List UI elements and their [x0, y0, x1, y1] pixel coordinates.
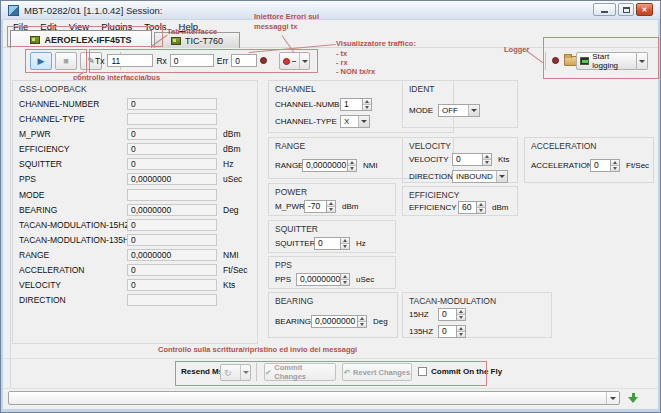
spin-down-button[interactable]: [327, 207, 335, 212]
annotation-commit: Controllo sulla scrittura/ripristino ed …: [158, 345, 357, 355]
dropdown-arrow[interactable]: [358, 116, 369, 127]
loopback-value-field: 0: [127, 128, 217, 140]
close-button[interactable]: ✕: [636, 3, 653, 16]
spin-down-button[interactable]: [348, 166, 356, 171]
squitter-spinbox[interactable]: 0: [314, 237, 350, 250]
close-icon: ✕: [642, 6, 648, 14]
insert-message-button[interactable]: [627, 393, 639, 404]
spin-down-button[interactable]: [457, 315, 465, 320]
separator-line: [3, 358, 658, 359]
spinner[interactable]: [456, 325, 466, 338]
spin-down-button[interactable]: [611, 166, 619, 171]
message-combobox[interactable]: [8, 391, 620, 405]
dropdown-arrow[interactable]: [496, 171, 507, 182]
annotation-box-traffic: [89, 49, 318, 73]
loopback-row-tacan-15hz: TACAN-MODULATION-15HZ0: [19, 219, 253, 231]
efficiency-spinbox[interactable]: 60: [458, 201, 486, 214]
group-efficiency: EFFICIENCY EFFICIENCY 60 dBm: [402, 186, 518, 216]
loopback-value-field: 0,0000000: [127, 173, 217, 185]
bearing-spinbox[interactable]: 0,0000000: [311, 315, 367, 328]
spinner[interactable]: [476, 201, 486, 214]
group-title: GSS-LOOPBACK: [19, 84, 87, 94]
spin-down-button[interactable]: [341, 244, 349, 249]
group-bearing: BEARING BEARING 0,0000000 Deg: [268, 292, 398, 338]
spin-down-button[interactable]: [483, 160, 491, 165]
window-border-bottom: [1, 409, 660, 412]
annotation-box-logger: [543, 37, 659, 79]
dropdown-arrow[interactable]: [606, 392, 619, 404]
loopback-value-field: 0: [127, 219, 217, 231]
group-gss-loopback: GSS-LOOPBACK CHANNEL-NUMBER0 CHANNEL-TYP…: [12, 80, 258, 344]
loopback-row-pps: PPS0,0000000uSec: [19, 173, 253, 185]
loopback-value-field: 0: [127, 234, 217, 246]
loopback-row-channel-type: CHANNEL-TYPE: [19, 113, 253, 125]
minimize-button[interactable]: [593, 3, 616, 16]
spinner[interactable]: [326, 200, 336, 213]
loopback-row-m-pwr: M_PWR0dBm: [19, 128, 253, 140]
loopback-row-range: RANGE0,0000000NMI: [19, 249, 253, 261]
spinner[interactable]: [357, 315, 367, 328]
minimize-icon: [601, 11, 608, 13]
group-ident: IDENT MODE OFF: [402, 80, 518, 128]
annotation-bus: controllo interfaccia/bus: [73, 73, 160, 83]
spinner[interactable]: [340, 237, 350, 250]
spin-down-button[interactable]: [363, 105, 371, 110]
range-spinbox[interactable]: 0,0000000: [302, 159, 357, 172]
loopback-value-field: 0: [127, 279, 217, 291]
tacan-135hz-spinbox[interactable]: 0: [438, 325, 466, 338]
loopback-value-field: [127, 113, 217, 125]
annotation-traffic-title: Visualizzatore traffico:: [336, 39, 416, 49]
tacan-15hz-spinbox[interactable]: 0: [438, 308, 466, 321]
loopback-value-field: [127, 189, 217, 201]
app-icon: [8, 5, 19, 16]
loopback-row-bearing: BEARING0,0000000Deg: [19, 204, 253, 216]
spin-down-button[interactable]: [477, 208, 485, 213]
spinner[interactable]: [347, 159, 357, 172]
group-velocity: VELOCITY VELOCITY 0 Kts DIRECTION INBOUN…: [402, 137, 518, 183]
dropdown-arrow[interactable]: [468, 105, 479, 116]
spinner[interactable]: [340, 273, 350, 286]
channel-number-spinbox[interactable]: 1: [340, 98, 372, 111]
window-title: MBT-0282/01 [1.1.0.42] Session:: [24, 5, 162, 16]
loopback-row-channel-number: CHANNEL-NUMBER0: [19, 98, 253, 110]
annotation-error-injector: Iniettore Errori sui messaggi tx: [254, 12, 336, 31]
loopback-row-direction: DIRECTION: [19, 294, 253, 306]
loopback-value-field: 0: [127, 264, 217, 276]
separator-line: [3, 388, 658, 389]
annotation-tab: Tab Interfacce: [167, 27, 217, 37]
panel-splitter[interactable]: [3, 48, 11, 388]
loopback-row-acceleration: ACCELERATION0Ft/Sec: [19, 264, 253, 276]
pps-spinbox[interactable]: 0,0000000: [296, 273, 350, 286]
loopback-row-squitter: SQUITTER0Hz: [19, 158, 253, 170]
direction-combobox[interactable]: INBOUND: [452, 170, 508, 183]
loopback-value-field: 0: [127, 158, 217, 170]
loopback-value-field: 0: [127, 98, 217, 110]
channel-type-combobox[interactable]: X: [340, 115, 370, 128]
loopback-value-field: 0,0000000: [127, 249, 217, 261]
app-window: MBT-0282/01 [1.1.0.42] Session: ✕ File E…: [0, 0, 661, 413]
spin-down-button[interactable]: [341, 280, 349, 285]
group-pps: PPS PPS 0,0000000 uSec: [268, 256, 396, 289]
spin-down-button[interactable]: [457, 332, 465, 337]
annotation-box-interface-buttons: [25, 49, 87, 73]
window-border-left: [1, 20, 3, 412]
loopback-row-tacan-135hz: TACAN-MODULATION-135HZ0: [19, 234, 253, 246]
ident-mode-combobox[interactable]: OFF: [438, 104, 480, 117]
annotation-line-logger: [526, 50, 544, 64]
annotation-box-tabs: [7, 26, 163, 47]
spinner[interactable]: [482, 153, 492, 166]
maximize-button[interactable]: [618, 3, 634, 16]
spinner[interactable]: [456, 308, 466, 321]
group-acceleration: ACCELERATION ACCELERATION 0 Ft/Sec: [524, 137, 654, 183]
spin-down-button[interactable]: [358, 322, 366, 327]
m-pwr-spinbox[interactable]: -70: [304, 200, 336, 213]
velocity-spinbox[interactable]: 0: [452, 153, 492, 166]
acceleration-spinbox[interactable]: 0: [590, 159, 620, 172]
annotation-traffic-non: - NON tx/rx: [336, 67, 375, 77]
loopback-row-velocity: VELOCITY0Kts: [19, 279, 253, 291]
spinner[interactable]: [610, 159, 620, 172]
spinner[interactable]: [362, 98, 372, 111]
maximize-icon: [623, 7, 630, 13]
tab-label: TIC-T760: [185, 36, 223, 46]
interface-board-icon: [171, 37, 181, 45]
